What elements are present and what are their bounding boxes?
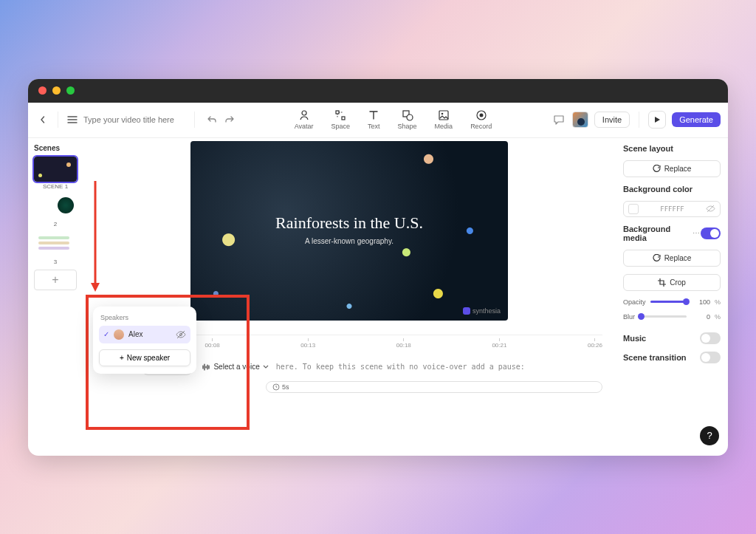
opacity-label: Opacity xyxy=(623,298,646,306)
tick-label: 00:21 xyxy=(492,342,506,349)
tool-label: Space xyxy=(331,123,351,130)
visibility-off-icon[interactable] xyxy=(176,329,186,340)
visibility-off-icon[interactable] xyxy=(706,204,715,213)
music-toggle[interactable] xyxy=(700,332,721,344)
divider xyxy=(194,112,195,128)
bg-color-input[interactable]: FFFFFF xyxy=(623,201,721,217)
music-heading: Music xyxy=(623,334,646,343)
color-hex-value: FFFFFF xyxy=(639,205,706,213)
canvas[interactable]: Rainforests in the U.S. A lesser-known g… xyxy=(83,138,616,323)
tool-avatar[interactable]: Avatar xyxy=(295,109,314,130)
transition-heading: Scene transition xyxy=(623,353,687,362)
tool-shape[interactable]: Shape xyxy=(398,109,417,130)
scene-label: 3 xyxy=(32,259,78,265)
add-scene-button[interactable]: + xyxy=(34,270,77,290)
back-button[interactable] xyxy=(35,116,50,123)
video-title-input[interactable] xyxy=(83,115,187,124)
divider xyxy=(639,112,639,128)
svg-point-4 xyxy=(407,114,413,120)
tick-label: 00:26 xyxy=(588,342,602,349)
duration-value: 5s xyxy=(282,383,289,391)
media-icon xyxy=(438,109,450,121)
space-icon xyxy=(334,109,346,121)
tool-text[interactable]: Text xyxy=(368,109,380,130)
plus-icon: + xyxy=(120,354,124,362)
scene-layout-heading: Scene layout xyxy=(623,144,721,153)
new-speaker-label: New speaker xyxy=(127,354,170,362)
tool-record[interactable]: Record xyxy=(470,109,492,130)
window-titlebar xyxy=(28,79,728,103)
avatar-icon xyxy=(298,109,310,121)
transition-toggle[interactable] xyxy=(700,352,721,363)
blur-slider[interactable] xyxy=(639,315,687,318)
waveform-icon xyxy=(202,363,210,372)
chevron-down-icon xyxy=(263,365,269,369)
slide-subtitle: A lesser-known geography. xyxy=(190,237,508,245)
scene-thumb-3[interactable] xyxy=(34,232,77,257)
opacity-slider[interactable] xyxy=(650,301,687,303)
redo-button[interactable] xyxy=(224,115,235,124)
record-icon xyxy=(475,109,487,121)
tool-space[interactable]: Space xyxy=(331,109,351,130)
tick-label: 00:18 xyxy=(396,342,411,349)
blur-row: Blur 0 % xyxy=(623,313,721,321)
comment-icon[interactable] xyxy=(551,112,566,127)
user-avatar[interactable] xyxy=(572,112,588,128)
scene-thumb-2[interactable] xyxy=(34,194,77,219)
text-icon xyxy=(368,109,379,121)
help-button[interactable]: ? xyxy=(700,426,719,445)
crop-media-button[interactable]: Crop xyxy=(623,274,721,291)
scene-label: 2 xyxy=(32,221,78,227)
toolbar-right: Invite Generate xyxy=(551,111,721,129)
speakers-popover: Speakers ✓ Alex + New speaker xyxy=(93,307,196,374)
close-window-icon[interactable] xyxy=(38,86,47,95)
bg-color-heading: Background color xyxy=(623,185,721,194)
scenes-heading: Scenes xyxy=(32,143,78,157)
refresh-icon xyxy=(653,165,661,173)
svg-point-6 xyxy=(441,113,444,115)
tick-label: 00:08 xyxy=(205,342,220,349)
pause-duration-chip[interactable]: 5s xyxy=(266,381,602,393)
voice-label: Select a voice xyxy=(213,363,259,371)
avatar-icon xyxy=(114,329,124,340)
preview-play-button[interactable] xyxy=(648,111,666,129)
brand-watermark: synthesia xyxy=(463,307,501,315)
undo-button[interactable] xyxy=(207,115,217,124)
bg-media-heading: Background media xyxy=(623,225,693,242)
crop-icon xyxy=(658,278,666,287)
speakers-heading: Speakers xyxy=(99,312,190,326)
svg-rect-1 xyxy=(336,111,339,114)
minimize-window-icon[interactable] xyxy=(52,86,61,95)
invite-button[interactable]: Invite xyxy=(594,112,630,128)
speaker-item-alex[interactable]: ✓ Alex xyxy=(99,326,190,343)
replace-media-button[interactable]: Replace xyxy=(623,250,721,267)
tick-label: 00:13 xyxy=(300,342,315,349)
tool-label: Shape xyxy=(398,123,417,130)
scene-thumb-1[interactable] xyxy=(34,157,77,182)
opacity-row: Opacity 100 % xyxy=(623,298,721,306)
blur-value: 0 xyxy=(691,313,710,321)
bg-media-toggle[interactable] xyxy=(701,227,721,239)
svg-point-0 xyxy=(302,111,306,115)
generate-button[interactable]: Generate xyxy=(672,112,721,127)
svg-rect-5 xyxy=(439,111,448,120)
refresh-icon xyxy=(653,254,661,262)
script-placeholder[interactable]: here. To keep this scene with no voice-o… xyxy=(276,363,525,371)
menu-icon[interactable] xyxy=(66,116,79,123)
new-speaker-button[interactable]: + New speaker xyxy=(99,349,190,366)
opacity-value: 100 xyxy=(691,298,710,306)
scene-label: SCENE 1 xyxy=(32,183,78,190)
percent-unit: % xyxy=(715,298,721,306)
slide-title: Rainforests in the U.S. xyxy=(190,213,508,233)
replace-layout-button[interactable]: Replace xyxy=(623,160,721,177)
tool-media[interactable]: Media xyxy=(435,109,453,130)
top-toolbar: Avatar Space Text Shape Media Record xyxy=(28,103,728,138)
maximize-window-icon[interactable] xyxy=(66,86,75,95)
tool-label: Record xyxy=(470,123,492,130)
more-icon[interactable]: ⋯ xyxy=(693,229,701,237)
scenes-panel: Scenes SCENE 1 2 3 + xyxy=(28,138,83,456)
slide-preview[interactable]: Rainforests in the U.S. A lesser-known g… xyxy=(190,141,508,321)
main-content: Scenes SCENE 1 2 3 + Rainforests in the … xyxy=(28,138,728,456)
blur-label: Blur xyxy=(623,313,635,321)
select-voice-button[interactable]: Select a voice xyxy=(202,363,268,372)
